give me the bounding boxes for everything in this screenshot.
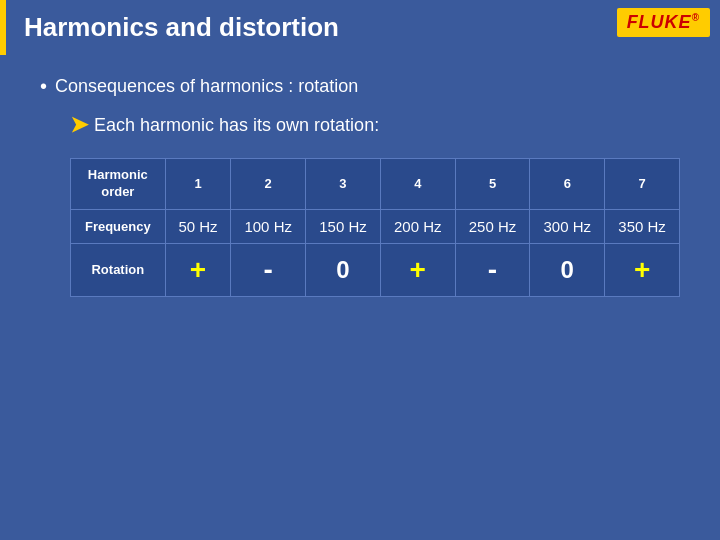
- col-header-4: 4: [380, 159, 455, 210]
- bullet-point-consequences: • Consequences of harmonics : rotation: [40, 75, 680, 98]
- col-header-2: 2: [231, 159, 306, 210]
- content-area: • Consequences of harmonics : rotation ➤…: [0, 55, 720, 317]
- bullet-dot: •: [40, 75, 47, 98]
- col-header-6: 6: [530, 159, 605, 210]
- col-header-3: 3: [306, 159, 381, 210]
- col-header-5: 5: [455, 159, 530, 210]
- table-row-rotation: Rotation + - 0 + - 0 +: [71, 243, 680, 296]
- rot-6: 0: [530, 243, 605, 296]
- col-header-1: 1: [165, 159, 231, 210]
- bullet-text: Consequences of harmonics : rotation: [55, 76, 358, 97]
- table-row-frequency: Frequency 50 Hz 100 Hz 150 Hz 200 Hz 250…: [71, 209, 680, 243]
- col-header-7: 7: [605, 159, 680, 210]
- sub-bullet-text: Each harmonic has its own rotation:: [94, 115, 379, 136]
- fluke-logo-text: FLUKE: [627, 12, 692, 32]
- rot-4: +: [380, 243, 455, 296]
- freq-1: 50 Hz: [165, 209, 231, 243]
- rot-7: +: [605, 243, 680, 296]
- page-title: Harmonics and distortion: [24, 12, 702, 43]
- fluke-logo: FLUKE®: [617, 8, 710, 37]
- rot-1: +: [165, 243, 231, 296]
- sub-bullet-rotation: ➤ Each harmonic has its own rotation:: [70, 112, 680, 138]
- arrow-icon: ➤: [70, 112, 88, 138]
- frequency-row-label: Frequency: [71, 209, 166, 243]
- freq-6: 300 Hz: [530, 209, 605, 243]
- freq-3: 150 Hz: [306, 209, 381, 243]
- registered-mark: ®: [692, 12, 700, 23]
- freq-7: 350 Hz: [605, 209, 680, 243]
- title-bar: Harmonics and distortion: [0, 0, 720, 55]
- freq-5: 250 Hz: [455, 209, 530, 243]
- freq-2: 100 Hz: [231, 209, 306, 243]
- rotation-row-label: Rotation: [71, 243, 166, 296]
- rot-2: -: [231, 243, 306, 296]
- rot-5: -: [455, 243, 530, 296]
- freq-4: 200 Hz: [380, 209, 455, 243]
- table-header-row: Harmonicorder 1 2 3 4 5 6 7: [71, 159, 680, 210]
- col-harmonic-order: Harmonicorder: [71, 159, 166, 210]
- rot-3: 0: [306, 243, 381, 296]
- harmonics-table: Harmonicorder 1 2 3 4 5 6 7 Frequency 50…: [70, 158, 680, 297]
